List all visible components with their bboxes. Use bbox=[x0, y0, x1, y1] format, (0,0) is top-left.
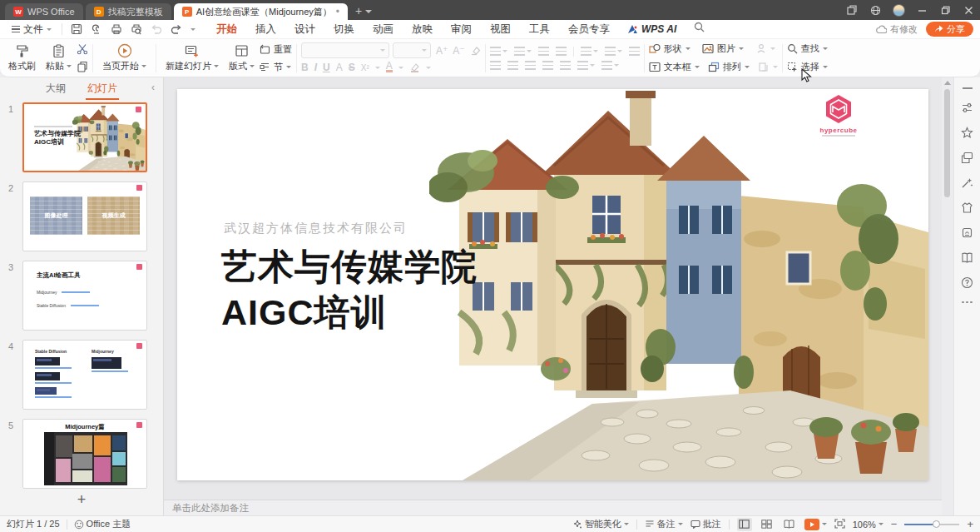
tab-slides[interactable]: 幻灯片 bbox=[87, 82, 117, 96]
menu-view[interactable]: 视图 bbox=[481, 20, 520, 39]
slide-thumbnail-3[interactable]: 主流AI绘画工具 Midjourney Stable Diffusion bbox=[22, 261, 147, 331]
paste-button[interactable]: 粘贴 bbox=[41, 43, 77, 73]
menu-membership[interactable]: 会员专享 bbox=[559, 20, 619, 39]
line-spacing-button[interactable] bbox=[605, 47, 622, 56]
print-button[interactable] bbox=[111, 23, 122, 35]
tab-wps-office[interactable]: W WPS Office bbox=[5, 3, 83, 20]
help-icon[interactable] bbox=[961, 276, 973, 289]
increase-indent-button[interactable] bbox=[556, 47, 567, 56]
menu-slideshow[interactable]: 放映 bbox=[403, 20, 442, 39]
align-right-button[interactable] bbox=[525, 61, 536, 70]
qat-more-caret-icon[interactable] bbox=[191, 28, 196, 31]
design-skin-icon[interactable] bbox=[961, 201, 973, 214]
menu-animation[interactable]: 动画 bbox=[364, 20, 403, 39]
increase-font-button[interactable]: A⁺ bbox=[436, 45, 448, 57]
menu-design[interactable]: 设计 bbox=[285, 20, 324, 39]
decrease-indent-button[interactable] bbox=[538, 47, 549, 56]
menu-home[interactable]: 开始 bbox=[207, 20, 246, 39]
workspace-icon[interactable] bbox=[840, 0, 864, 20]
minimize-button[interactable] bbox=[910, 0, 933, 20]
paragraph-spacing-button[interactable] bbox=[577, 61, 595, 70]
bullet-list-button[interactable] bbox=[490, 47, 507, 56]
notes-area[interactable]: 单击此处添加备注 bbox=[164, 500, 942, 515]
smart-beautify-button[interactable]: 智能美化 bbox=[572, 518, 629, 530]
menu-tools[interactable]: 工具 bbox=[520, 20, 559, 39]
bold-button[interactable]: B bbox=[301, 62, 309, 73]
reset-slide-button[interactable]: 重置 bbox=[260, 42, 292, 57]
align-justify-button[interactable] bbox=[542, 61, 553, 70]
slide-sorter-view-button[interactable] bbox=[760, 518, 775, 531]
resource-stamp-icon[interactable] bbox=[961, 226, 973, 239]
avatar[interactable] bbox=[887, 0, 910, 20]
slide-title-text[interactable]: 艺术与传媒学院 AIGC培训 bbox=[221, 244, 478, 336]
shapes-button[interactable]: 形状 bbox=[649, 42, 690, 57]
zoom-out-button[interactable]: − bbox=[891, 520, 898, 529]
slide-library-icon[interactable] bbox=[961, 152, 973, 164]
font-family-select[interactable] bbox=[301, 42, 389, 58]
export-pdf-button[interactable] bbox=[91, 23, 102, 35]
paragraph-settings-button[interactable] bbox=[601, 61, 619, 70]
slide-layout-button[interactable]: 版式 bbox=[224, 43, 260, 73]
scrollbar-thumb[interactable] bbox=[944, 89, 950, 197]
numbered-list-button[interactable] bbox=[514, 47, 532, 56]
new-slide-button[interactable]: 新建幻灯片 bbox=[161, 43, 224, 73]
zoom-in-button[interactable]: + bbox=[967, 520, 973, 529]
align-distribute-button[interactable] bbox=[560, 61, 571, 70]
tab-outline[interactable]: 大纲 bbox=[46, 82, 66, 96]
copy-button[interactable] bbox=[77, 59, 88, 74]
font-size-select[interactable] bbox=[393, 42, 431, 58]
slide-thumbnail-1[interactable]: 艺术与传媒学院 AIGC培训 bbox=[22, 102, 147, 172]
collapse-sidebar-icon[interactable] bbox=[963, 87, 973, 89]
char-spacing-button[interactable]: A bbox=[336, 62, 343, 73]
merge-shapes-button-disabled[interactable] bbox=[758, 60, 778, 75]
superscript-button[interactable]: X² bbox=[361, 63, 369, 72]
normal-view-button[interactable] bbox=[737, 518, 752, 531]
columns-button[interactable] bbox=[629, 47, 640, 56]
menu-review[interactable]: 审阅 bbox=[442, 20, 481, 39]
tab-active-presentation[interactable]: P AI创意绘画课堂（Midjourney篇） • bbox=[174, 3, 348, 20]
tab-list-caret-icon[interactable] bbox=[365, 10, 372, 13]
fit-slide-button[interactable] bbox=[834, 519, 845, 530]
comment-button[interactable]: 批注 bbox=[690, 518, 721, 530]
smartart-button-disabled[interactable] bbox=[755, 42, 775, 57]
slide-thumbnail-5[interactable]: Midjourney篇 bbox=[22, 419, 147, 489]
more-tools-icon[interactable] bbox=[962, 301, 973, 304]
slide-1-canvas[interactable]: 武汉超方体信息技术有限公司 艺术与传媒学院 AIGC培训 hypercube bbox=[177, 89, 928, 480]
search-button[interactable] bbox=[685, 20, 714, 39]
highlight-color-icon[interactable] bbox=[409, 62, 420, 72]
template-book-icon[interactable] bbox=[961, 251, 973, 264]
align-center-button[interactable] bbox=[507, 61, 518, 70]
slide-thumbnail-4[interactable]: Stable Diffusion Midjourney bbox=[22, 340, 147, 410]
print-preview-button[interactable] bbox=[131, 23, 142, 35]
wps-ai-menu[interactable]: WPS AI bbox=[619, 23, 685, 35]
slide-thumbnail-2[interactable]: 图像处理 视频生成 bbox=[22, 181, 147, 251]
zoom-slider[interactable] bbox=[904, 520, 959, 529]
theme-button[interactable]: Office 主题 bbox=[74, 518, 131, 530]
tab-template-doc[interactable]: D 找稿完整模板 bbox=[86, 3, 171, 20]
share-button[interactable]: 分享 bbox=[926, 22, 973, 37]
reading-view-button[interactable] bbox=[782, 518, 797, 531]
collapse-panel-button[interactable]: ‹ bbox=[151, 82, 155, 93]
slideshow-button[interactable] bbox=[804, 519, 827, 530]
picture-button[interactable]: 图片 bbox=[702, 42, 744, 57]
object-properties-icon[interactable] bbox=[961, 102, 973, 114]
textbox-button[interactable]: 文本框 bbox=[649, 60, 700, 75]
underline-button[interactable]: U bbox=[323, 62, 330, 73]
menu-transition[interactable]: 切换 bbox=[324, 20, 364, 39]
notes-button[interactable]: 备注 bbox=[645, 518, 683, 530]
redo-button[interactable] bbox=[171, 24, 182, 35]
ai-recommend-star-icon[interactable] bbox=[961, 127, 973, 139]
find-button[interactable]: 查找 bbox=[787, 42, 828, 57]
skin-globe-icon[interactable] bbox=[864, 0, 887, 20]
close-button[interactable] bbox=[957, 0, 980, 20]
arrange-button[interactable]: 排列 bbox=[708, 60, 750, 75]
zoom-level[interactable]: 106% bbox=[853, 520, 883, 530]
zoom-slider-knob[interactable] bbox=[933, 520, 940, 528]
italic-button[interactable]: I bbox=[314, 62, 317, 73]
company-name-text[interactable]: 武汉超方体信息技术有限公司 bbox=[224, 221, 408, 236]
vertical-scrollbar[interactable] bbox=[942, 77, 953, 500]
add-slide-button[interactable]: + bbox=[0, 491, 163, 509]
restore-button[interactable] bbox=[933, 0, 957, 20]
text-direction-button[interactable] bbox=[581, 47, 598, 56]
file-menu-button[interactable]: 文件 bbox=[7, 22, 57, 37]
